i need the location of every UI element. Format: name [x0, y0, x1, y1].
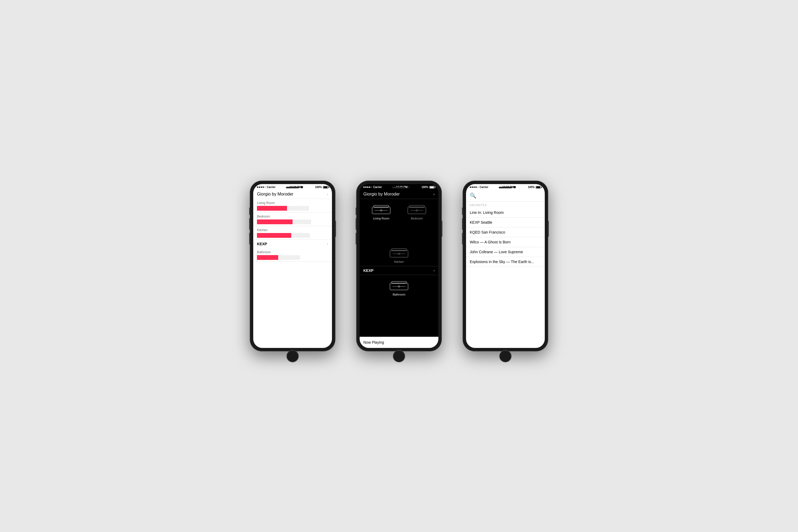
status-left-1: Carrier: [257, 186, 276, 189]
room-name-kitchen: Kitchen: [257, 228, 328, 232]
status-bar-3: Carrier 12:00 PM 100%: [466, 184, 545, 190]
volume-filled-bathroom: [257, 255, 278, 260]
speaker-label-living: Living Room: [373, 217, 389, 220]
time-label-2: 12:00 PM: [396, 186, 407, 189]
volume-dots-bathroom: [279, 255, 328, 260]
speaker-label-kitchen: Kitchen: [394, 260, 404, 263]
speaker-grid-kitchen: Kitchen: [360, 242, 438, 266]
speaker-kitchen[interactable]: Kitchen: [390, 245, 408, 266]
phone-1-screen: Carrier 12:00 PM 100% Giorgio by Moroder…: [253, 184, 332, 348]
phone-3: Carrier 12:00 PM 100% 🔍 FAVORITES Line I…: [463, 181, 548, 351]
speaker-bedroom[interactable]: Bedroom: [399, 202, 435, 240]
volume-bar-bathroom: [257, 255, 328, 260]
favorites-list: Line In: Living Room KEXP Seattle KQED S…: [466, 208, 545, 348]
phones-container: Carrier 12:00 PM 100% Giorgio by Moroder…: [250, 181, 548, 351]
phone-2: Carrier 12:00 PM 100% Giorgio by Moroder…: [357, 181, 441, 351]
carrier-label-3: Carrier: [480, 186, 488, 189]
signal-dots-1: [257, 187, 266, 188]
volume-filled-living: [257, 206, 287, 211]
now-playing-bar[interactable]: Now Playing: [360, 337, 438, 348]
favorites-section-label: FAVORITES: [466, 202, 545, 208]
signal-dots-3: [470, 187, 478, 188]
volume-bar-kitchen: [257, 233, 328, 238]
home-button-1[interactable]: [286, 350, 299, 362]
app-header-1[interactable]: Giorgio by Moroder ›: [253, 190, 332, 199]
room-living-room[interactable]: Living Room: [253, 199, 332, 212]
battery-icon-3: [536, 186, 541, 189]
battery-pct-2: 100%: [421, 186, 428, 189]
favorites-item-1[interactable]: KEXP Seattle: [466, 217, 545, 227]
volume-dots-living: [288, 206, 328, 211]
favorites-item-4[interactable]: John Coltrane — Love Supreme: [466, 247, 545, 257]
battery-pct-1: 100%: [315, 186, 322, 189]
favorites-item-3[interactable]: Wilco — A Ghost Is Born: [466, 237, 545, 247]
volume-filled-kitchen: [257, 233, 291, 238]
volume-bar-bedroom: [257, 220, 328, 224]
speaker-icon-bedroom: [407, 204, 426, 215]
battery-area-2: 100%: [421, 186, 435, 189]
speaker-living-room[interactable]: Living Room: [363, 202, 399, 240]
room-name-bathroom: Bathroom: [257, 250, 328, 254]
battery-area-1: 100%: [315, 186, 328, 189]
speaker-label-bedroom: Bedroom: [411, 217, 423, 220]
home-btn-area-1: [253, 348, 332, 365]
favorites-item-0[interactable]: Line In: Living Room: [466, 208, 545, 217]
now-playing-label: Now Playing: [363, 340, 384, 344]
status-left-2: Carrier: [363, 186, 382, 189]
carrier-label-2: Carrier: [373, 186, 382, 189]
battery-icon-2: [429, 186, 435, 189]
carrier-label-1: Carrier: [267, 186, 276, 189]
search-icon[interactable]: 🔍: [470, 193, 476, 198]
dark-app-header[interactable]: Giorgio by Moroder ›: [360, 190, 438, 199]
kexp-title-1: KEXP: [257, 242, 267, 246]
favorites-item-5[interactable]: Explosions in the Sky — The Earth is...: [466, 257, 545, 267]
kexp-chevron-2[interactable]: ›: [434, 269, 435, 272]
dark-header-chevron[interactable]: ›: [433, 192, 435, 196]
room-name-living: Living Room: [257, 201, 328, 205]
volume-dots-bedroom: [293, 220, 328, 224]
room-bathroom[interactable]: Bathroom: [253, 248, 332, 262]
now-playing-title-1: Giorgio by Moroder: [257, 192, 293, 196]
room-kitchen[interactable]: Kitchen: [253, 226, 332, 240]
volume-dots-kitchen: [292, 233, 328, 238]
kexp-dark-section-header[interactable]: KEXP ›: [360, 266, 438, 275]
phone-1: Carrier 12:00 PM 100% Giorgio by Moroder…: [250, 181, 335, 351]
home-btn-area-2: [360, 348, 438, 365]
kexp-section-header[interactable]: KEXP ›: [253, 240, 332, 248]
speaker-grid-bathroom: Bathroom: [360, 275, 438, 299]
battery-pct-3: 100%: [528, 186, 535, 189]
kexp-chevron-1[interactable]: ›: [327, 242, 328, 246]
speaker-label-bathroom: Bathroom: [393, 293, 405, 296]
home-btn-area-3: [466, 348, 545, 365]
phone-2-screen: Carrier 12:00 PM 100% Giorgio by Moroder…: [360, 184, 438, 348]
room-list-1: Living Room: [253, 199, 332, 348]
signal-dots-2: [363, 187, 372, 188]
favorites-item-2[interactable]: KQED San Francisco: [466, 227, 545, 237]
speaker-bathroom[interactable]: Bathroom: [390, 278, 408, 299]
phone-3-screen: Carrier 12:00 PM 100% 🔍 FAVORITES Line I…: [466, 184, 545, 348]
volume-filled-bedroom: [257, 220, 292, 224]
status-left-3: Carrier: [470, 186, 488, 189]
speaker-icon-bathroom: [390, 280, 408, 291]
home-button-3[interactable]: [499, 350, 512, 362]
search-bar[interactable]: 🔍: [466, 190, 545, 202]
battery-icon-1: [323, 186, 328, 189]
room-name-bedroom: Bedroom: [257, 215, 328, 218]
time-label-3: 12:00 PM: [502, 186, 514, 189]
time-label-1: 12:00 PM: [289, 186, 301, 189]
speaker-icon-kitchen: [390, 248, 408, 259]
speaker-grid-top: Living Room Bedroom: [360, 199, 438, 242]
header-chevron-1[interactable]: ›: [327, 192, 328, 196]
room-bedroom[interactable]: Bedroom: [253, 212, 332, 226]
volume-bar-living: [257, 206, 328, 211]
status-bar-2: Carrier 12:00 PM 100%: [360, 184, 438, 190]
speaker-icon-living: [372, 204, 391, 215]
dark-now-playing-title: Giorgio by Moroder: [363, 192, 400, 196]
home-button-2[interactable]: [393, 350, 405, 362]
kexp-title-2: KEXP: [363, 268, 374, 273]
status-bar-1: Carrier 12:00 PM 100%: [253, 184, 332, 190]
battery-area-3: 100%: [528, 186, 541, 189]
